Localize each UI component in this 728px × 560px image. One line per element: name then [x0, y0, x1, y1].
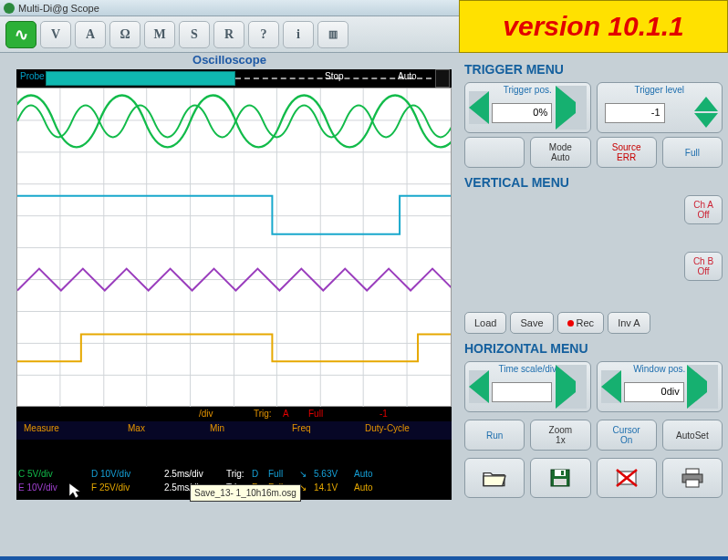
mr2-val: 14.1V [314, 481, 354, 494]
trigger-pos-value[interactable]: 0% [492, 103, 552, 123]
probe-range[interactable] [46, 71, 235, 86]
svg-rect-24 [555, 470, 566, 476]
tool-sine[interactable]: ∿ [5, 21, 36, 48]
timescale-value[interactable] [492, 382, 552, 402]
invert-a-button[interactable]: Inv A [608, 312, 650, 334]
tool-info[interactable]: i [283, 21, 314, 48]
mh-duty: Duty-Cycle [365, 423, 410, 438]
trig-label: Trig: [254, 409, 272, 419]
trigger-level-group: Trigger level -1 [597, 82, 723, 133]
stop-label: Stop [325, 71, 344, 81]
timescale-title: Time scale/div [465, 364, 590, 374]
trigger-level-title: Trigger level [598, 85, 723, 95]
mode-l2: Auto [551, 152, 570, 162]
probe-label: Probe [20, 71, 45, 81]
cha-l1: Ch A [693, 200, 713, 210]
mr2-auto: Auto [354, 481, 373, 494]
mr-c-scale: C 5V/div [18, 467, 91, 481]
printer-icon [681, 468, 704, 488]
cursor-icon [69, 483, 84, 500]
winpos-value[interactable]: 0div [624, 382, 684, 402]
source-l2: ERR [617, 152, 636, 162]
mr-f-scale: F 25V/div [91, 481, 164, 494]
tool-volts[interactable]: V [40, 21, 71, 48]
tool-export[interactable]: ▥ [317, 21, 348, 48]
timescale-decr[interactable] [469, 370, 489, 403]
scope-title: Oscilloscope [0, 53, 459, 69]
toolbar: ∿ V A Ω M S R ? i ▥ version 10.1.1 [0, 16, 728, 53]
trigger-mode-button[interactable]: Mode Auto [530, 137, 590, 168]
record-icon [567, 320, 574, 327]
mr-trig: Trig: [226, 467, 252, 481]
mh-max: Max [128, 423, 210, 438]
winpos-decr[interactable] [601, 370, 621, 403]
version-badge: version 10.1.1 [459, 0, 728, 53]
run-button[interactable]: Run [464, 420, 525, 451]
cha-l2: Off [697, 210, 709, 220]
scope-status: /div Trig: A Full -1 [16, 407, 452, 421]
save-disk-button[interactable] [530, 458, 590, 498]
trigger-full-button[interactable]: Full [662, 137, 723, 168]
trigger-level-value[interactable]: -1 [605, 103, 665, 123]
trigger-level-decr[interactable] [694, 113, 718, 128]
svg-rect-26 [554, 479, 567, 485]
print-button[interactable] [662, 458, 723, 498]
chb-l2: Off [697, 266, 709, 276]
zoom-l2: 1x [556, 435, 566, 445]
measure-body: C 5V/div D 10V/div 2.5ms/div Trig: D Ful… [16, 440, 452, 500]
window-title: Multi-Di@g Scope [18, 3, 99, 14]
cursor-l2: On [620, 435, 632, 445]
mr-auto: Auto [354, 467, 373, 481]
save-button[interactable]: Save [510, 312, 553, 334]
tool-s[interactable]: S [179, 21, 210, 48]
mr-mode: Full [268, 467, 299, 481]
trigger-pos-group: Trigger pos. 0% [464, 82, 591, 133]
autoset-button[interactable]: AutoSet [662, 420, 723, 451]
vertical-menu-title: VERTICAL MENU [464, 175, 723, 190]
mr-time: 2.5ms/div [164, 467, 226, 481]
measure-header: Measure Max Min Freq Duty-Cycle [16, 421, 452, 440]
trigger-pos-title: Trigger pos. [465, 85, 590, 95]
timescale-group: Time scale/div [464, 361, 591, 412]
trigger-pos-decr[interactable] [469, 91, 489, 124]
save-tooltip: Save_13- 1_10h16m.osg [190, 484, 301, 502]
open-button[interactable] [464, 458, 525, 498]
trigger-blank-button[interactable] [464, 137, 525, 168]
mr-d-scale: D 10V/div [91, 467, 164, 481]
probe-bar: Probe Stop Auto [16, 69, 452, 88]
scope-display[interactable]: C D E F [16, 88, 452, 407]
delete-button[interactable] [597, 458, 657, 498]
app-icon [4, 3, 15, 14]
chb-l1: Ch B [693, 256, 713, 266]
svg-rect-30 [686, 469, 699, 474]
svg-marker-22 [69, 483, 80, 498]
tool-r[interactable]: R [213, 21, 244, 48]
trigger-level-incr[interactable] [694, 97, 718, 111]
load-button[interactable]: Load [464, 312, 506, 334]
tool-ohms[interactable]: Ω [109, 21, 140, 48]
mode-l1: Mode [549, 142, 572, 152]
auto-label: Auto [398, 71, 417, 81]
channel-b-button[interactable]: Ch B Off [684, 252, 723, 281]
rec-button[interactable]: Rec [557, 312, 605, 334]
zoom-button[interactable]: Zoom 1x [530, 420, 590, 451]
zoom-l1: Zoom [549, 425, 573, 435]
rec-label: Rec [577, 317, 595, 328]
tool-amps[interactable]: A [75, 21, 106, 48]
trigger-source-button[interactable]: Source ERR [597, 137, 657, 168]
probe-marker[interactable] [435, 69, 450, 88]
source-l1: Source [612, 142, 641, 152]
mr-icon: ↘ [299, 467, 314, 481]
mh-min: Min [210, 423, 292, 438]
tool-help[interactable]: ? [248, 21, 279, 48]
taskbar [0, 556, 728, 560]
mr-val: 5.63V [314, 467, 354, 481]
channel-a-button[interactable]: Ch A Off [684, 195, 723, 224]
svg-rect-25 [561, 471, 564, 475]
cursor-button[interactable]: Cursor On [597, 420, 657, 451]
mh-freq: Freq [292, 423, 365, 438]
tool-m[interactable]: M [144, 21, 175, 48]
window-pos-group: Window pos. 0div [597, 361, 723, 412]
mh-measure: Measure [18, 423, 128, 438]
div-label: /div [199, 409, 213, 419]
